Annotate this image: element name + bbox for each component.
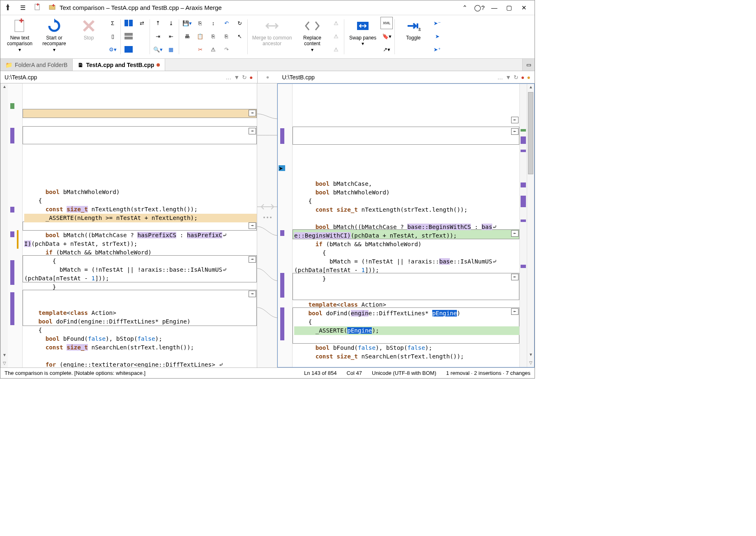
ribbon: New text comparison▾ Start or recompare▾… xyxy=(0,15,535,59)
warn2-icon[interactable]: ⚠ xyxy=(330,30,342,42)
toggle-button[interactable]: ± Toggle xyxy=(396,17,430,57)
ribbon-collapse-icon[interactable]: ⌃ xyxy=(457,4,472,12)
new-file-icon[interactable] xyxy=(30,3,45,12)
history-icon[interactable]: ↻ xyxy=(242,74,247,81)
swap-panes-button[interactable]: Swap panes▾ xyxy=(346,17,380,57)
path-left-text[interactable]: U:\TestA.cpp xyxy=(5,74,226,81)
red-dot-icon: ● xyxy=(521,74,524,81)
first-diff-icon[interactable]: ⤒ xyxy=(152,17,164,29)
dropdown-icon[interactable]: ▼ xyxy=(505,74,511,81)
last-diff-icon[interactable]: ⤓ xyxy=(165,17,177,29)
warn1-icon[interactable]: ⚠ xyxy=(330,17,342,29)
scroll-down-icon[interactable]: ▼ xyxy=(528,352,533,357)
svg-rect-1 xyxy=(49,5,55,9)
close-button[interactable]: ✕ xyxy=(516,4,531,12)
single-icon[interactable] xyxy=(122,43,135,55)
label: Start or recompare xyxy=(37,35,71,47)
recompare-button[interactable]: Start or recompare▾ xyxy=(37,17,71,57)
scroll-up-icon[interactable]: ▲ xyxy=(2,84,7,89)
right-minimap[interactable] xyxy=(519,84,527,367)
tab-overflow[interactable]: ▭ xyxy=(522,59,535,71)
t2-icon[interactable]: ➤ xyxy=(431,30,443,42)
tab-label: TestA.cpp and TestB.cpp xyxy=(86,62,154,68)
split-v-icon[interactable] xyxy=(122,30,135,42)
merge-ancestor-button[interactable]: Merge to common ancestor xyxy=(249,17,295,57)
find-icon[interactable]: 🔍▾ xyxy=(152,43,164,55)
bookmark-icon[interactable]: 🔖▾ xyxy=(380,30,393,42)
paste-icon[interactable]: 📋 xyxy=(194,30,206,42)
left-code[interactable]: → → → → → bool bMatchWholeWord) { const … xyxy=(23,83,257,367)
more-icon[interactable]: … xyxy=(226,74,231,81)
modified-dot-icon xyxy=(157,63,160,67)
right-code[interactable]: ← ← ← ← ← bool bMatchCase, bool bMatchWh… xyxy=(293,84,519,367)
left-scroll-strip[interactable]: ▲ ▼ ▽ xyxy=(0,83,8,367)
xml-icon[interactable]: XML xyxy=(380,17,393,29)
left-gutter xyxy=(8,83,23,367)
indent-icon[interactable]: ⇥ xyxy=(152,30,164,42)
scroll-end-icon[interactable]: ▽ xyxy=(2,361,7,366)
file-group: 💾▾ 🖶 xyxy=(181,17,193,56)
new-folder-icon[interactable] xyxy=(45,3,60,12)
push-right-icon[interactable]: → xyxy=(249,128,256,134)
path-center-dot: ● xyxy=(258,71,278,83)
scroll-up-icon[interactable]: ▲ xyxy=(528,85,533,90)
window-title: Text comparison – TestA.cpp and TestB.cp… xyxy=(60,4,457,11)
maximize-button[interactable]: ▢ xyxy=(502,4,516,12)
t1-icon[interactable]: ➤⁻ xyxy=(431,17,443,29)
warn3-icon[interactable]: ⚠ xyxy=(330,43,342,55)
svg-rect-4 xyxy=(129,20,133,26)
push-right-icon[interactable]: → xyxy=(249,110,256,116)
stop-button[interactable]: Stop xyxy=(72,17,106,57)
scroll-end-icon[interactable]: ▽ xyxy=(528,360,533,365)
history-icon[interactable]: ↻ xyxy=(514,74,519,81)
redo-icon[interactable]: ↷ xyxy=(220,43,233,55)
t3-icon[interactable]: ➤⁺ xyxy=(431,43,443,55)
print-icon[interactable]: 🖶 xyxy=(181,30,193,42)
warn-group: ⚠ ⚠ ⚠ xyxy=(330,17,342,56)
path-right-text[interactable]: U:\TestB.cpp xyxy=(282,74,498,81)
change-marker xyxy=(280,307,284,340)
replace-content-button[interactable]: Replace content▾ xyxy=(295,17,329,57)
export-icon[interactable]: ↗▾ xyxy=(380,43,393,55)
right-pane: ➤ ← ← ← ← ← bool bMatchCase, bool bMatch… xyxy=(277,83,535,367)
copy-icon[interactable]: ⎘ xyxy=(194,17,206,29)
new-comparison-button[interactable]: New text comparison▾ xyxy=(3,17,37,57)
refresh-icon[interactable]: ↻ xyxy=(233,17,246,29)
label: New text comparison xyxy=(3,35,37,47)
center-link[interactable] xyxy=(257,83,277,367)
status-changes: 1 removal · 2 insertions · 7 changes xyxy=(446,370,530,376)
tab-file[interactable]: 🗎 TestA.cpp and TestB.cpp xyxy=(73,59,165,71)
status-encoding: Unicode (UTF-8 with BOM) xyxy=(372,370,436,376)
doc-icon[interactable]: ▯ xyxy=(106,30,119,42)
swap-icon[interactable]: ⇄ xyxy=(136,17,148,29)
hamburger-icon[interactable]: ☰ xyxy=(15,4,30,12)
svg-rect-3 xyxy=(124,20,128,26)
select-all-icon[interactable]: ▦ xyxy=(165,43,177,55)
push-left-icon[interactable]: ← xyxy=(511,128,519,135)
cursor-icon[interactable]: ↖ xyxy=(233,30,246,42)
copy3-icon[interactable]: ⎘ xyxy=(220,30,233,42)
right-scroll-strip[interactable]: ▲ ▼ ▽ xyxy=(527,84,534,367)
warn-icon[interactable]: ⚠ xyxy=(207,43,219,55)
minimize-button[interactable]: — xyxy=(487,4,502,11)
cut-icon[interactable]: ✂ xyxy=(194,43,206,55)
split-h-icon[interactable] xyxy=(122,17,135,29)
save-icon[interactable]: 💾▾ xyxy=(181,17,193,29)
tab-folder[interactable]: 📁 FolderA and FolderB xyxy=(0,59,73,71)
copy2-icon[interactable]: ⎘ xyxy=(207,30,219,42)
scroll-down-icon[interactable]: ▼ xyxy=(2,353,7,358)
sort-icon[interactable]: ↕ xyxy=(207,17,219,29)
scrollbar-thumb[interactable] xyxy=(528,92,533,174)
change-marker xyxy=(280,230,284,236)
outdent-icon[interactable]: ⇤ xyxy=(165,30,177,42)
status-message: The comparison is complete. [Notable opt… xyxy=(5,370,294,376)
edit-group: ⎘ 📋 ✂ ↕ ⎘ ⚠ ↶ ⎘ ↷ ↻ ↖ xyxy=(194,17,246,56)
sigma-icon[interactable]: Σ xyxy=(106,17,119,29)
dropdown-icon[interactable]: ▼ xyxy=(234,74,240,81)
gear-icon[interactable]: ⚙▾ xyxy=(106,43,119,55)
help-icon[interactable]: ◯? xyxy=(472,4,487,12)
more-icon[interactable]: … xyxy=(497,74,503,81)
diff-area: ▲ ▼ ▽ → → → → → bool bMatchWholeWord) { xyxy=(0,83,535,367)
push-left-icon[interactable]: ← xyxy=(511,117,519,123)
undo-icon[interactable]: ↶ xyxy=(220,17,233,29)
